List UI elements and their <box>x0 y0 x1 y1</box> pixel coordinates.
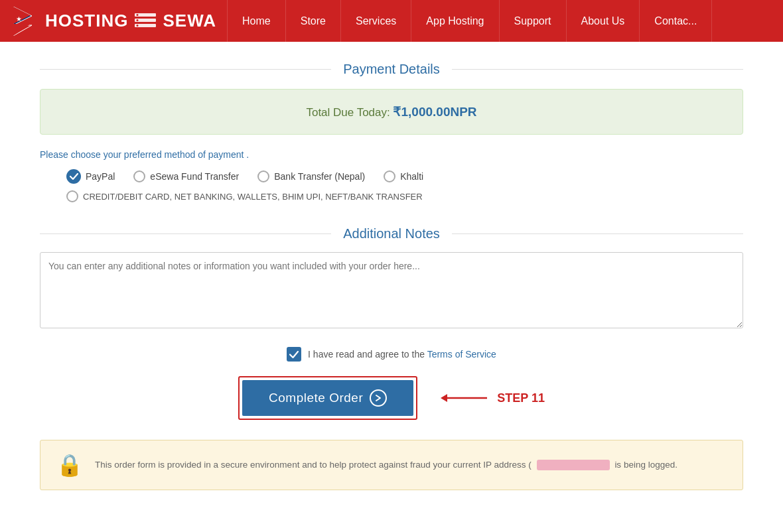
khalti-label: Khalti <box>400 171 423 182</box>
arrow-annotation: STEP 11 <box>437 388 545 408</box>
svg-text:★: ★ <box>16 15 22 23</box>
khalti-radio <box>384 170 395 182</box>
card-radio[interactable] <box>66 190 78 202</box>
payment-details-title: Payment Details <box>331 62 452 77</box>
total-label: Total Due Today: <box>306 106 390 119</box>
svg-point-9 <box>137 19 139 21</box>
header-line-left <box>40 69 331 70</box>
security-bar: 🔒 This order form is provided in a secur… <box>40 440 743 490</box>
additional-notes-textarea[interactable] <box>40 252 743 328</box>
terms-of-service-link[interactable]: Terms of Service <box>427 349 496 360</box>
additional-notes-header: Additional Notes <box>40 226 743 241</box>
step-label: STEP 11 <box>497 391 545 405</box>
security-text: This order form is provided in a secure … <box>95 460 677 470</box>
payment-options-row: PayPal eSewa Fund Transfer Bank Transfer… <box>40 169 743 184</box>
notes-line-left <box>40 233 331 234</box>
nav-item-services[interactable]: Services <box>341 0 411 42</box>
total-due-box: Total Due Today: ₹1,000.00NPR <box>40 89 743 135</box>
nav-item-app-hosting[interactable]: App Hosting <box>411 0 499 42</box>
main-content: Payment Details Total Due Today: ₹1,000.… <box>27 42 756 503</box>
nav-item-home[interactable]: Home <box>227 0 286 42</box>
complete-order-arrow-icon <box>370 389 387 407</box>
svg-marker-3 <box>13 24 31 36</box>
card-option-label: CREDIT/DEBIT CARD, NET BANKING, WALLETS,… <box>83 192 423 202</box>
lock-icon: 🔒 <box>56 452 83 478</box>
terms-row: I have read and agree to the Terms of Se… <box>40 347 743 362</box>
choose-payment-text: Please choose your preferred method of p… <box>40 149 743 160</box>
logo-text: HOSTING SEWA <box>45 11 216 31</box>
nav-item-support[interactable]: Support <box>500 0 567 42</box>
nav-menu: Home Store Services App Hosting Support … <box>227 0 783 42</box>
paypal-radio-checked <box>66 169 81 184</box>
esewa-radio <box>133 170 145 182</box>
bank-transfer-radio <box>257 170 269 182</box>
payment-option-esewa[interactable]: eSewa Fund Transfer <box>133 170 239 182</box>
logo: ★ HOSTING SEWA <box>0 7 227 36</box>
nav-item-contact[interactable]: Contac... <box>640 0 712 42</box>
logo-flag: ★ <box>11 7 40 36</box>
svg-point-10 <box>137 25 139 27</box>
complete-order-button[interactable]: Complete Order <box>242 380 413 416</box>
annotation-arrow <box>437 388 490 408</box>
navigation: ★ HOSTING SEWA Home Store Services App H… <box>0 0 783 42</box>
svg-point-8 <box>137 14 139 16</box>
payment-options-row2: CREDIT/DEBIT CARD, NET BANKING, WALLETS,… <box>40 190 743 202</box>
header-line-right <box>452 69 743 70</box>
svg-marker-12 <box>441 394 447 402</box>
additional-notes-title: Additional Notes <box>331 226 452 241</box>
terms-checkbox[interactable] <box>287 347 301 362</box>
total-amount: ₹1,000.00NPR <box>393 105 476 119</box>
payment-option-paypal[interactable]: PayPal <box>66 169 115 184</box>
complete-order-row: Complete Order STEP 11 <box>40 376 743 420</box>
terms-text: I have read and agree to the Terms of Se… <box>308 349 496 360</box>
complete-order-btn-wrapper: Complete Order <box>238 376 417 420</box>
esewa-label: eSewa Fund Transfer <box>150 171 239 182</box>
nav-item-store[interactable]: Store <box>286 0 341 42</box>
notes-line-right <box>452 233 743 234</box>
nav-item-about-us[interactable]: About Us <box>567 0 640 42</box>
paypal-label: PayPal <box>86 171 115 182</box>
bank-transfer-label: Bank Transfer (Nepal) <box>274 171 365 182</box>
payment-option-bank-transfer[interactable]: Bank Transfer (Nepal) <box>257 170 365 182</box>
ip-address-blur <box>537 460 610 470</box>
payment-method-section: Please choose your preferred method of p… <box>40 149 743 217</box>
payment-option-khalti[interactable]: Khalti <box>384 170 423 182</box>
payment-details-header: Payment Details <box>40 62 743 77</box>
